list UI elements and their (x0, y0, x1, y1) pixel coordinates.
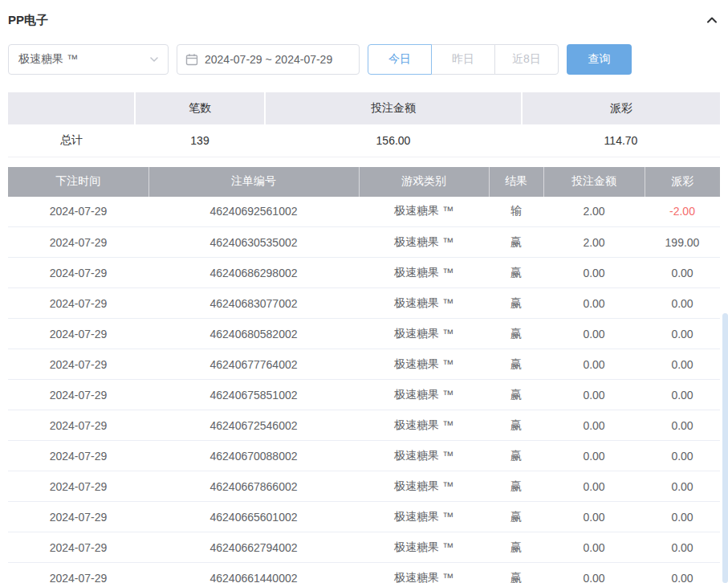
cell-bet-id: 46240692561002 (148, 197, 359, 227)
summary-table: 笔数 投注金额 派彩 总计 139 156.00 114.70 (8, 92, 720, 157)
table-row: 2024-07-29 46240677764002 极速糖果 ™ 赢 0.00 … (8, 349, 720, 380)
cell-bet-id: 46240667866002 (148, 471, 359, 502)
cell-result: 赢 (489, 227, 543, 258)
cell-game-type: 极速糖果 ™ (359, 288, 489, 319)
calendar-icon (185, 53, 198, 66)
cell-payout: 0.00 (645, 349, 720, 380)
cell-bet-amount: 0.00 (543, 319, 645, 349)
cell-bet-time: 2024-07-29 (8, 227, 148, 258)
cell-bet-amount: 0.00 (543, 471, 645, 502)
summary-total-label: 总计 (8, 124, 135, 157)
col-bet-time: 下注时间 (8, 167, 148, 197)
table-row: 2024-07-29 46240675851002 极速糖果 ™ 赢 0.00 … (8, 380, 720, 410)
page-title: PP电子 (8, 13, 48, 28)
cell-result: 赢 (489, 563, 543, 583)
cell-payout: 0.00 (645, 258, 720, 288)
cell-payout: 0.00 (645, 319, 720, 349)
cell-bet-amount: 0.00 (543, 502, 645, 532)
today-button[interactable]: 今日 (368, 44, 432, 75)
cell-bet-id: 46240680582002 (148, 319, 359, 349)
last-8-days-button[interactable]: 近8日 (494, 44, 559, 75)
cell-payout: 0.00 (645, 288, 720, 319)
panel-header: PP电子 (8, 10, 720, 30)
cell-game-type: 极速糖果 ™ (359, 349, 489, 380)
cell-bet-id: 46240661440002 (148, 563, 359, 583)
cell-result: 赢 (489, 380, 543, 410)
cell-bet-time: 2024-07-29 (8, 441, 148, 471)
game-select-value: 极速糖果 ™ (18, 52, 78, 67)
cell-payout: 0.00 (645, 410, 720, 441)
cell-bet-id: 46240665601002 (148, 502, 359, 532)
bet-table-header-row: 下注时间 注单编号 游戏类别 结果 投注金额 派彩 (8, 167, 720, 197)
cell-bet-id: 46240670088002 (148, 441, 359, 471)
summary-total-row: 总计 139 156.00 114.70 (8, 124, 720, 157)
cell-result: 输 (489, 197, 543, 227)
date-range-value: 2024-07-29 ~ 2024-07-29 (205, 53, 332, 66)
cell-game-type: 极速糖果 ™ (359, 502, 489, 532)
summary-col-empty (8, 92, 135, 124)
cell-bet-id: 46240662794002 (148, 532, 359, 563)
date-range-input[interactable]: 2024-07-29 ~ 2024-07-29 (177, 44, 360, 75)
filter-bar: 极速糖果 ™ 2024-07-29 ~ 2024-07-29 今日 昨日 近8日… (8, 44, 720, 75)
table-row: 2024-07-29 46240692561002 极速糖果 ™ 输 2.00 … (8, 197, 720, 227)
chevron-up-icon (706, 14, 718, 26)
cell-payout: 0.00 (645, 471, 720, 502)
cell-bet-id: 46240686298002 (148, 258, 359, 288)
chevron-down-icon (150, 57, 158, 62)
bet-table-body: 2024-07-29 46240692561002 极速糖果 ™ 输 2.00 … (8, 197, 720, 583)
cell-result: 赢 (489, 441, 543, 471)
cell-bet-time: 2024-07-29 (8, 563, 148, 583)
cell-result: 赢 (489, 349, 543, 380)
cell-bet-amount: 0.00 (543, 349, 645, 380)
cell-result: 赢 (489, 502, 543, 532)
cell-result: 赢 (489, 532, 543, 563)
cell-bet-amount: 0.00 (543, 258, 645, 288)
cell-game-type: 极速糖果 ™ (359, 471, 489, 502)
cell-bet-amount: 0.00 (543, 532, 645, 563)
cell-bet-time: 2024-07-29 (8, 258, 148, 288)
vertical-scrollbar[interactable] (722, 313, 728, 583)
cell-game-type: 极速糖果 ™ (359, 441, 489, 471)
cell-bet-id: 46240677764002 (148, 349, 359, 380)
cell-game-type: 极速糖果 ™ (359, 319, 489, 349)
cell-game-type: 极速糖果 ™ (359, 258, 489, 288)
cell-bet-time: 2024-07-29 (8, 319, 148, 349)
summary-col-bet: 投注金额 (265, 92, 522, 124)
summary-col-count: 笔数 (135, 92, 265, 124)
table-row: 2024-07-29 46240667866002 极速糖果 ™ 赢 0.00 … (8, 471, 720, 502)
col-game-type: 游戏类别 (359, 167, 489, 197)
cell-game-type: 极速糖果 ™ (359, 532, 489, 563)
cell-game-type: 极速糖果 ™ (359, 563, 489, 583)
summary-total-bet: 156.00 (265, 124, 522, 157)
cell-game-type: 极速糖果 ™ (359, 227, 489, 258)
table-row: 2024-07-29 46240680582002 极速糖果 ™ 赢 0.00 … (8, 319, 720, 349)
cell-result: 赢 (489, 288, 543, 319)
cell-bet-time: 2024-07-29 (8, 288, 148, 319)
cell-game-type: 极速糖果 ™ (359, 410, 489, 441)
search-button[interactable]: 查询 (567, 44, 632, 75)
cell-bet-amount: 0.00 (543, 288, 645, 319)
table-row: 2024-07-29 46240665601002 极速糖果 ™ 赢 0.00 … (8, 502, 720, 532)
cell-bet-time: 2024-07-29 (8, 349, 148, 380)
cell-bet-time: 2024-07-29 (8, 197, 148, 227)
cell-bet-amount: 0.00 (543, 410, 645, 441)
table-row: 2024-07-29 46240672546002 极速糖果 ™ 赢 0.00 … (8, 410, 720, 441)
yesterday-button[interactable]: 昨日 (431, 44, 495, 75)
cell-bet-id: 46240675851002 (148, 380, 359, 410)
cell-payout: 0.00 (645, 563, 720, 583)
cell-bet-id: 46240630535002 (148, 227, 359, 258)
table-row: 2024-07-29 46240686298002 极速糖果 ™ 赢 0.00 … (8, 258, 720, 288)
col-bet-id: 注单编号 (148, 167, 359, 197)
col-result: 结果 (489, 167, 543, 197)
cell-payout: -2.00 (645, 197, 720, 227)
collapse-panel-button[interactable] (704, 12, 720, 28)
cell-payout: 199.00 (645, 227, 720, 258)
col-bet-amount: 投注金额 (543, 167, 645, 197)
table-row: 2024-07-29 46240661440002 极速糖果 ™ 赢 0.00 … (8, 563, 720, 583)
col-payout: 派彩 (645, 167, 720, 197)
game-select[interactable]: 极速糖果 ™ (8, 44, 169, 75)
table-row: 2024-07-29 46240662794002 极速糖果 ™ 赢 0.00 … (8, 532, 720, 563)
summary-header-row: 笔数 投注金额 派彩 (8, 92, 720, 124)
cell-result: 赢 (489, 258, 543, 288)
table-row: 2024-07-29 46240630535002 极速糖果 ™ 赢 2.00 … (8, 227, 720, 258)
